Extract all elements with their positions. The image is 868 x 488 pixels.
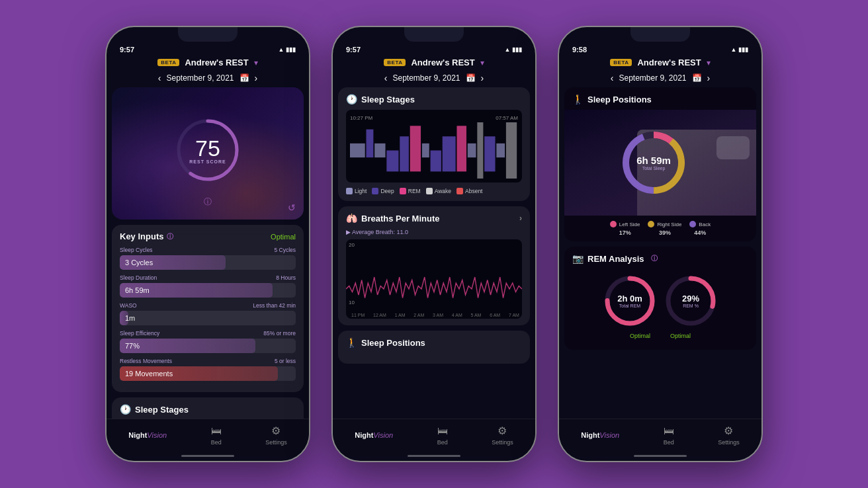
beta-badge-2: BETA — [384, 59, 406, 66]
nav-title-1: Andrew's REST — [185, 58, 248, 67]
breaths-chevron[interactable]: › — [519, 214, 522, 223]
status-bar-2: 9:57 ▲ ▮▮▮ — [333, 42, 535, 55]
phone-3-content: 🚶 Sleep Positions — [559, 87, 761, 419]
svg-rect-15 — [350, 143, 365, 157]
rem-optimal-labels: Optimal Optimal — [572, 333, 748, 343]
rem-optimal-2: Optimal — [670, 333, 691, 339]
sleep-positions-visual: 6h 59m Total Sleep — [564, 110, 756, 216]
svg-rect-18 — [386, 151, 398, 172]
calendar-icon-1[interactable]: 📅 — [239, 73, 249, 83]
beta-badge-1: BETA — [157, 59, 179, 66]
total-sleep-donut: 6h 59m Total Sleep — [617, 126, 690, 199]
nav-dropdown-2[interactable]: ▾ — [480, 58, 484, 67]
status-icons-3: ▲ ▮▮▮ — [731, 46, 748, 53]
status-bar-1: 9:57 ▲ ▮▮▮ — [107, 42, 309, 55]
score-info-icon[interactable]: ⓘ — [204, 196, 212, 208]
rem-title: 📷 REM Analysis ⓘ — [572, 253, 748, 264]
calendar-icon-2[interactable]: 📅 — [466, 73, 476, 83]
svg-rect-21 — [422, 143, 429, 157]
stages-legend: Light Deep REM Awake — [346, 188, 522, 194]
sleep-stages-chart: 10:27 PM 07:57 AM — [346, 110, 522, 183]
brand-3: Night Vision — [581, 431, 619, 439]
metric-sleep-efficiency: Sleep Efficiency 85% or more 77% — [120, 330, 296, 353]
svg-rect-22 — [431, 151, 441, 172]
svg-rect-23 — [443, 136, 456, 171]
rem-info-icon[interactable]: ⓘ — [651, 254, 658, 263]
nav-settings-3[interactable]: ⚙ Settings — [718, 425, 740, 446]
prev-date-3[interactable]: ‹ — [611, 73, 614, 83]
metric-sleep-duration: Sleep Duration 8 Hours 6h 59m — [120, 274, 296, 298]
positions-legend: Left Side 17% Right Side 39% — [564, 216, 756, 241]
next-date-3[interactable]: › — [707, 73, 711, 83]
status-bar-3: 9:58 ▲ ▮▮▮ — [559, 42, 761, 55]
metric-sleep-efficiency-header: Sleep Efficiency 85% or more — [120, 330, 296, 337]
time-2: 9:57 — [346, 46, 361, 54]
sleep-positions-title: 🚶 Sleep Positions — [572, 94, 748, 104]
nav-settings-2[interactable]: ⚙ Settings — [492, 425, 513, 446]
clock-icon: 🕐 — [120, 404, 131, 415]
rem-optimal-1: Optimal — [630, 333, 650, 339]
nav-bed-1[interactable]: 🛏 Bed — [211, 425, 222, 446]
key-inputs-info-icon[interactable]: ⓘ — [167, 232, 173, 241]
date-text-1: September 9, 2021 — [166, 73, 234, 83]
nav-bed-2[interactable]: 🛏 Bed — [437, 425, 448, 446]
breaths-avg: ▶ Average Breath: 11.0 — [346, 229, 522, 235]
rem-pct-circle: 29% REM % — [664, 274, 717, 327]
next-date-2[interactable]: › — [481, 73, 484, 83]
legend-left-side: Left Side 17% — [610, 221, 640, 236]
score-circle-container: 75 ReST SCORE — [175, 117, 241, 183]
top-nav-2: BETA Andrew's REST ▾ — [333, 55, 535, 70]
nav-bed-3[interactable]: 🛏 Bed — [664, 425, 674, 446]
sleep-stages-card: 🕐 Sleep Stages 10:27 PM 07:57 AM — [338, 87, 530, 201]
svg-rect-16 — [366, 130, 373, 158]
svg-rect-27 — [484, 136, 495, 171]
total-sleep-text: 6h 59m Total Sleep — [636, 155, 671, 171]
settings-icon-1: ⚙ — [271, 425, 281, 437]
breaths-chart: 20 10 11 PM 12 AM 1 AM 2 AM 3 AM 4 AM 5 … — [346, 239, 522, 319]
rem-circles: 2h 0m Total REM 29% REM % — [572, 269, 748, 333]
phone-2-content: 🕐 Sleep Stages 10:27 PM 07:57 AM — [333, 87, 535, 419]
sleep-stages-title: 🕐 Sleep Stages — [346, 94, 522, 104]
phone-1: 9:57 ▲ ▮▮▮ BETA Andrew's REST ▾ ‹ Septem… — [105, 26, 310, 462]
legend-right-side: Right Side 39% — [648, 221, 681, 236]
status-icons-2: ▲ ▮▮▮ — [505, 46, 522, 53]
key-inputs-header: Key Inputs ⓘ Optimal — [120, 231, 296, 241]
bed-icon-2: 🛏 — [437, 425, 448, 437]
score-card: 75 ReST SCORE ⓘ ↺ — [112, 87, 304, 220]
metric-sleep-efficiency-bar: 77% — [120, 339, 296, 353]
prev-date-1[interactable]: ‹ — [158, 73, 161, 83]
sleep-positions-preview-title: 🚶 Sleep Positions — [346, 337, 522, 348]
score-text: 75 ReST SCORE — [189, 137, 226, 164]
prev-date-2[interactable]: ‹ — [384, 73, 388, 83]
status-icons-1: ▲ ▮▮▮ — [279, 46, 296, 53]
svg-rect-28 — [496, 143, 505, 157]
date-bar-1: ‹ September 9, 2021 📅 › — [107, 70, 309, 87]
total-sleep-label: Total Sleep — [636, 166, 671, 171]
metric-waso-header: WASO Less than 42 min — [120, 302, 296, 309]
svg-rect-19 — [400, 136, 409, 171]
nav-dropdown-1[interactable]: ▾ — [254, 58, 258, 67]
metric-sleep-cycles-header: Sleep Cycles 5 Cycles — [120, 247, 296, 253]
nav-title-3: Andrew's REST — [637, 58, 701, 67]
time-3: 9:58 — [572, 46, 587, 54]
nav-title-2: Andrew's REST — [411, 58, 474, 67]
brand-2: Night Vision — [355, 431, 393, 439]
legend-rem: REM — [400, 188, 421, 194]
notch-2 — [404, 27, 464, 42]
svg-rect-24 — [456, 126, 466, 171]
metric-sleep-duration-bar: 6h 59m — [120, 283, 296, 298]
bottom-nav-3: Night Vision 🛏 Bed ⚙ Settings — [559, 419, 761, 455]
score-label: ReST SCORE — [189, 159, 226, 164]
home-bar-1 — [181, 455, 234, 457]
legend-deep: Deep — [372, 188, 394, 194]
sleep-positions-header: 🚶 Sleep Positions — [564, 87, 756, 104]
date-text-3: September 9, 2021 — [619, 73, 686, 83]
calendar-icon-3[interactable]: 📅 — [692, 73, 702, 83]
breaths-title: 🫁 Breaths Per Minute › — [346, 213, 522, 224]
refresh-icon[interactable]: ↺ — [288, 202, 296, 213]
next-date-1[interactable]: › — [255, 73, 258, 83]
svg-rect-25 — [468, 143, 476, 157]
nav-dropdown-3[interactable]: ▾ — [707, 58, 711, 67]
nav-settings-1[interactable]: ⚙ Settings — [265, 425, 287, 446]
metric-restless-bar: 19 Movements — [120, 366, 296, 381]
